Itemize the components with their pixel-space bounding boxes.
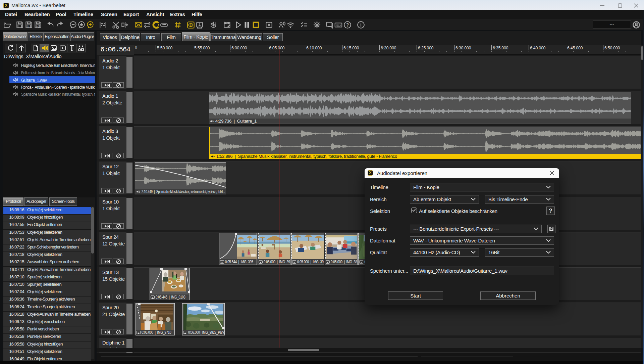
svg-text:I: I [29,25,29,28]
svg-text:+1: +1 [36,25,40,28]
svg-text:?: ? [346,22,349,28]
